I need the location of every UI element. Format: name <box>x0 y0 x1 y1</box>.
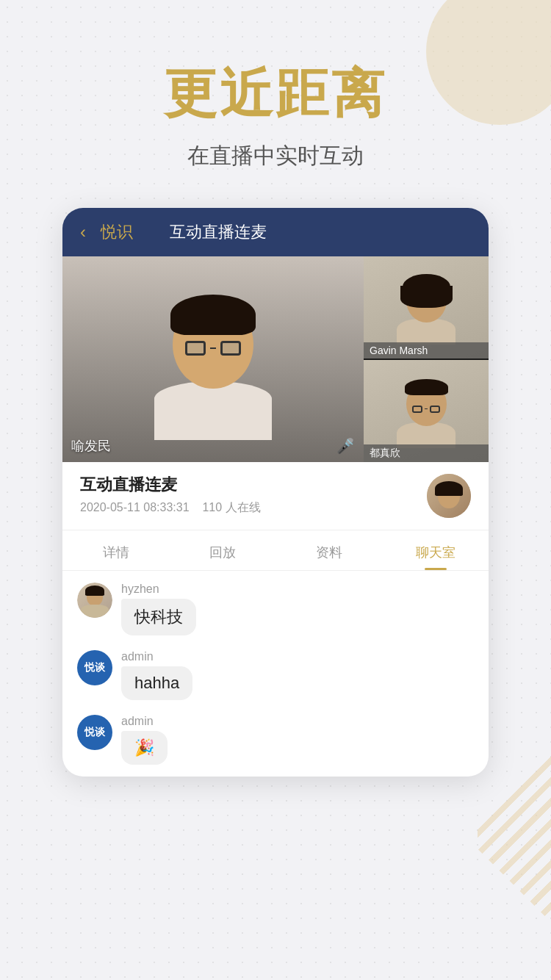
back-button[interactable]: ‹ <box>80 222 86 242</box>
side-videos: Gavin Marsh <box>364 256 489 462</box>
side-head-2 <box>406 382 447 426</box>
tab-details[interactable]: 详情 <box>62 530 169 570</box>
glasses-right-lens <box>220 341 241 356</box>
side-person-1-figure <box>397 278 455 345</box>
chat-logo-text-2: 悦谈 <box>84 661 105 674</box>
main-video: 喻发民 🎤 <box>62 256 364 462</box>
side-person-1-name: Gavin Marsh <box>364 342 489 359</box>
chat-avatar-1 <box>77 583 112 618</box>
chat-message-2: 悦谈 admin hahha <box>77 650 474 700</box>
sub-title: 在直播中实时互动 <box>187 141 364 171</box>
chat-logo-text-3: 悦谈 <box>84 726 105 739</box>
side-person-2-figure <box>397 382 455 448</box>
chat-body-3: admin 🎉 <box>121 715 168 765</box>
chat-message-3: 悦谈 admin 🎉 <box>77 715 474 765</box>
glasses-left-lens <box>185 341 206 356</box>
glasses-bridge <box>210 347 216 349</box>
side-video-2: 都真欣 <box>364 360 489 462</box>
tabs-row: 详情 回放 资料 聊天室 <box>62 530 489 571</box>
side-glasses-bridge <box>425 408 428 409</box>
date-label: 2020-05-11 08:33:31 <box>80 501 190 514</box>
main-body <box>154 381 272 440</box>
chat-bubble-1: 快科技 <box>121 599 196 635</box>
host-avatar <box>427 474 471 518</box>
info-left: 互动直播连麦 2020-05-11 08:33:31 110 人在线 <box>80 474 261 516</box>
side-body-1 <box>397 319 455 345</box>
side-person-2-name: 都真欣 <box>364 444 489 462</box>
main-glasses <box>185 341 241 356</box>
info-meta: 2020-05-11 08:33:31 110 人在线 <box>80 500 261 516</box>
info-row: 互动直播连麦 2020-05-11 08:33:31 110 人在线 <box>62 462 489 530</box>
main-person-figure <box>154 300 272 440</box>
chat-username-3: admin <box>121 715 168 728</box>
room-name: 互动直播连麦 <box>80 474 261 496</box>
chat-body-1: hyzhen 快科技 <box>121 583 196 635</box>
chat-avatar-2: 悦谈 <box>77 650 112 685</box>
tab-materials[interactable]: 资料 <box>276 530 382 570</box>
side-video-1: Gavin Marsh <box>364 256 489 359</box>
main-title: 更近距离 <box>164 59 387 129</box>
tab-chatroom[interactable]: 聊天室 <box>382 530 489 570</box>
side-hair-sides-1 <box>400 286 453 308</box>
online-count: 110 人在线 <box>202 501 260 514</box>
chat-username-2: admin <box>121 650 192 663</box>
chat-message-1: hyzhen 快科技 <box>77 583 474 635</box>
side-hair-2 <box>405 379 448 395</box>
chat-body-2: admin hahha <box>121 650 192 700</box>
main-person-name: 喻发民 <box>71 437 111 455</box>
main-head <box>173 300 253 389</box>
video-area: 喻发民 🎤 Gavin M <box>62 256 489 462</box>
app-name-label: 悦识 <box>101 221 133 243</box>
side-glasses-left <box>412 406 422 413</box>
meta-separator <box>192 501 199 514</box>
page-content: 更近距离 在直播中实时互动 ‹ 悦识 互动直播连麦 <box>0 0 551 777</box>
card-header: ‹ 悦识 互动直播连麦 <box>62 208 489 256</box>
tab-replay[interactable]: 回放 <box>169 530 276 570</box>
main-hair <box>170 295 256 335</box>
chat-bubble-2: hahha <box>121 666 192 700</box>
chat-area: hyzhen 快科技 悦谈 admin hahha 悦谈 <box>62 571 489 777</box>
main-video-content <box>62 256 364 462</box>
chat-avatar-3: 悦谈 <box>77 715 112 750</box>
side-head-1 <box>406 278 447 323</box>
chat-username-1: hyzhen <box>121 583 196 596</box>
side-glasses-2 <box>412 406 440 413</box>
header-title: 互动直播连麦 <box>170 221 267 243</box>
chat-bubble-3: 🎉 <box>121 731 168 765</box>
mic-icon: 🎤 <box>336 437 355 455</box>
phone-card: ‹ 悦识 互动直播连麦 <box>62 208 489 777</box>
side-glasses-right <box>430 406 440 413</box>
